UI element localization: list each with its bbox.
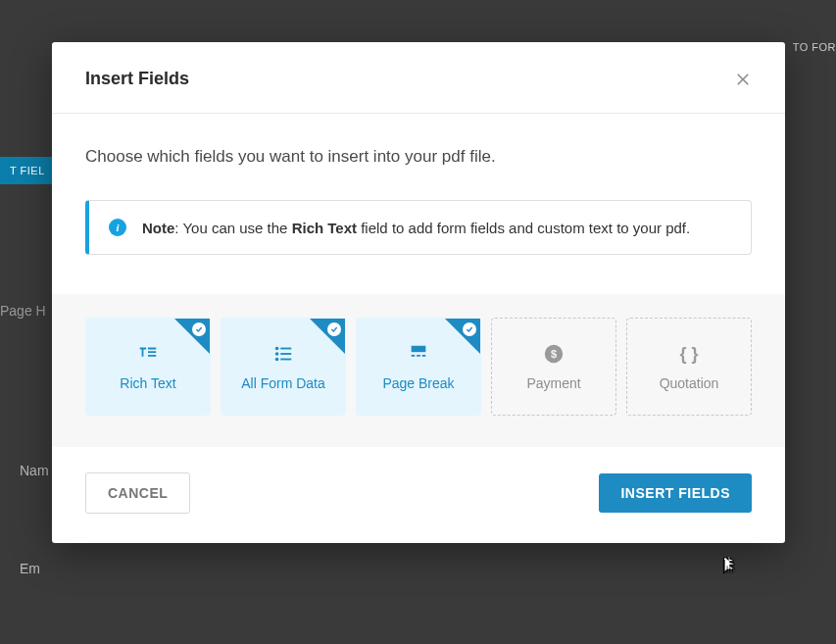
pointer-cursor-icon <box>717 557 739 586</box>
info-icon: i <box>109 219 126 236</box>
dollar-icon: $ <box>542 342 566 366</box>
braces-icon: { } <box>677 342 701 366</box>
svg-rect-8 <box>417 355 420 357</box>
note-text: Note: You can use the Rich Text field to… <box>142 220 690 236</box>
svg-point-4 <box>275 358 279 362</box>
modal-header: Insert Fields <box>52 42 785 114</box>
check-icon <box>192 322 206 336</box>
cancel-button[interactable]: CANCEL <box>85 472 190 514</box>
field-tiles: Rich Text All Form Data <box>52 294 785 447</box>
modal-prompt: Choose which fields you want to insert i… <box>85 147 752 167</box>
check-icon <box>463 322 476 336</box>
svg-rect-3 <box>280 353 291 355</box>
check-icon <box>327 322 341 336</box>
modal-title: Insert Fields <box>85 69 189 89</box>
svg-rect-7 <box>412 355 416 357</box>
tile-label: Quotation <box>660 375 719 391</box>
modal-footer: CANCEL INSERT FIELDS <box>52 447 785 543</box>
note-m2: field to add form fields and custom text… <box>357 220 690 236</box>
tile-label: Page Break <box>382 375 454 391</box>
tile-label: All Form Data <box>241 375 325 391</box>
tile-all-form-data[interactable]: All Form Data <box>221 318 346 416</box>
tile-label: Rich Text <box>120 375 175 391</box>
modal-body: Choose which fields you want to insert i… <box>52 114 785 447</box>
page-break-icon <box>407 342 430 366</box>
bg-to-forms: TO FOR <box>793 41 836 53</box>
insert-fields-button[interactable]: INSERT FIELDS <box>599 473 752 513</box>
note-bold: Rich Text <box>292 220 357 236</box>
svg-rect-5 <box>280 359 291 361</box>
list-icon <box>271 342 295 366</box>
svg-text:$: $ <box>551 348 557 360</box>
svg-point-0 <box>275 347 279 351</box>
insert-fields-modal: Insert Fields Choose which fields you wa… <box>52 42 785 543</box>
tile-payment[interactable]: $ Payment <box>491 318 616 416</box>
tile-rich-text[interactable]: Rich Text <box>85 318 211 416</box>
close-icon <box>734 70 752 87</box>
bg-page-h: Page H <box>0 303 46 319</box>
close-button[interactable] <box>730 66 756 91</box>
svg-rect-6 <box>412 346 426 352</box>
note-box: i Note: You can use the Rich Text field … <box>85 200 752 255</box>
bg-insert-fields-btn: T FIEL <box>0 157 55 184</box>
note-prefix: Note <box>142 220 174 236</box>
svg-rect-1 <box>280 348 291 350</box>
tile-label: Payment <box>526 375 580 391</box>
tile-quotation[interactable]: { } Quotation <box>626 318 752 416</box>
rich-text-icon <box>136 342 160 366</box>
svg-point-2 <box>275 352 279 356</box>
svg-rect-9 <box>422 355 426 357</box>
bg-email: Em <box>20 561 40 576</box>
note-m1: : You can use the <box>174 220 291 236</box>
tile-page-break[interactable]: Page Break <box>356 318 481 416</box>
bg-name: Nam <box>20 463 49 478</box>
